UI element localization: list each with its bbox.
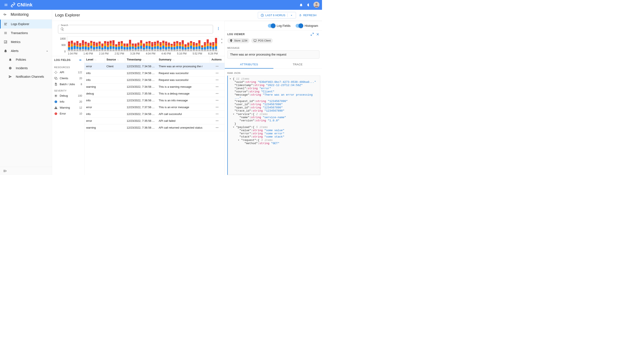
search-more-button[interactable]: [215, 25, 222, 32]
row-actions-button[interactable]: •••: [216, 112, 218, 116]
histogram-bar[interactable]: [143, 43, 145, 51]
tab-attributes[interactable]: ATTRIBUTES: [225, 61, 274, 69]
histogram-bar[interactable]: [98, 41, 101, 51]
menu-button[interactable]: [2, 3, 10, 7]
nav-transactions[interactable]: Transactions: [0, 28, 52, 37]
severity-filter-error[interactable]: Error10: [52, 111, 84, 117]
histogram-bar[interactable]: [201, 45, 203, 51]
severity-filter-info[interactable]: Info20: [52, 99, 84, 105]
histogram-bar[interactable]: [198, 40, 200, 51]
nav-notification-channels[interactable]: Notification Channels: [0, 72, 52, 81]
nav-metrics[interactable]: Metrics: [0, 37, 52, 46]
histogram-bar[interactable]: [173, 42, 176, 51]
collapse-sidebar-button[interactable]: [0, 167, 52, 175]
severity-filter-debug[interactable]: Debug100: [52, 93, 84, 99]
histogram-bar[interactable]: [182, 40, 184, 51]
row-actions-button[interactable]: •••: [216, 85, 218, 88]
resource-filter-clients[interactable]: Clients20: [52, 75, 84, 81]
row-actions-button[interactable]: •••: [216, 119, 218, 122]
log-row[interactable]: info 12/23/2022, 7:36:56 AM This is an i…: [84, 97, 224, 104]
histogram-bar[interactable]: [170, 44, 173, 51]
collapse-fields-button[interactable]: [79, 58, 82, 62]
search-input[interactable]: [66, 27, 211, 31]
histogram-bar[interactable]: [110, 41, 112, 51]
histogram-bar[interactable]: [196, 43, 198, 51]
expand-viewer-button[interactable]: [310, 32, 314, 36]
histogram-bar[interactable]: [68, 41, 70, 51]
time-range-button[interactable]: LAST 6 HORUS: [258, 12, 296, 18]
histogram-bar[interactable]: [79, 43, 81, 51]
histogram-bar[interactable]: [215, 38, 217, 51]
log-row[interactable]: error Client 12/23/2022, 7:34:56 AM Ther…: [84, 63, 224, 70]
row-actions-button[interactable]: •••: [216, 65, 218, 68]
histogram-bar[interactable]: [126, 43, 128, 51]
resource-filter-api[interactable]: API122: [52, 69, 84, 75]
nav-policies[interactable]: Policies: [0, 55, 52, 64]
histogram-bar[interactable]: [176, 41, 178, 51]
col-source[interactable]: Source↑↓: [105, 56, 125, 63]
histogram-bar[interactable]: [154, 42, 156, 51]
row-actions-button[interactable]: •••: [216, 78, 218, 82]
histogram-bar[interactable]: [140, 40, 142, 51]
log-row[interactable]: info 12/23/2022, 7:34:56 AM Request was …: [84, 76, 224, 83]
histogram-bar[interactable]: [90, 41, 92, 51]
resource-filter-batch-jobs[interactable]: Batch / Jobs8: [52, 81, 84, 87]
histogram-bar[interactable]: [129, 40, 131, 51]
histogram-bar[interactable]: [118, 42, 120, 51]
histogram-bar[interactable]: [76, 41, 78, 51]
histogram-bar[interactable]: [124, 43, 126, 51]
tab-trace[interactable]: TRACE: [274, 61, 322, 69]
row-actions-button[interactable]: •••: [216, 72, 218, 75]
histogram-bar[interactable]: [88, 43, 90, 51]
col-timestamp[interactable]: Timestamp↑↓: [125, 56, 157, 63]
histogram-bar[interactable]: [165, 41, 167, 51]
nav-alerts[interactable]: Alerts: [0, 46, 52, 55]
histogram-bar[interactable]: [82, 40, 84, 51]
histogram-bar[interactable]: [148, 41, 150, 51]
chart-expand-down[interactable]: [220, 41, 224, 44]
histogram-bar[interactable]: [104, 41, 106, 51]
col-summary[interactable]: Summary↑↓: [157, 56, 210, 63]
histogram-bar[interactable]: [71, 41, 73, 51]
histogram-bar[interactable]: [132, 43, 134, 51]
histogram-bar[interactable]: [157, 41, 159, 51]
histogram-bar[interactable]: [112, 40, 114, 51]
nav-incidents[interactable]: Incidents: [0, 64, 52, 72]
histogram-bar[interactable]: [115, 44, 117, 51]
log-row[interactable]: error 12/23/2022, 7:35:56 AM API call fa…: [84, 117, 224, 124]
row-actions-button[interactable]: •••: [216, 92, 218, 95]
time-range-dropdown[interactable]: [288, 13, 293, 17]
nav-logs-explorer[interactable]: Logs Explorer: [0, 19, 52, 28]
histogram-bar[interactable]: [107, 41, 109, 51]
histogram-bar[interactable]: [207, 39, 209, 51]
histogram-bar[interactable]: [184, 44, 186, 51]
row-actions-button[interactable]: •••: [216, 126, 218, 129]
histogram-bar[interactable]: [93, 42, 95, 51]
toggle-log-fields[interactable]: [268, 24, 275, 28]
theme-button[interactable]: [305, 3, 312, 7]
histogram-bar[interactable]: [85, 42, 87, 51]
log-row[interactable]: warning 12/23/2022, 7:34:56 AM This is a…: [84, 83, 224, 90]
log-row[interactable]: debug 12/23/2022, 7:35:56 AM This is a d…: [84, 90, 224, 97]
histogram-bar[interactable]: [146, 42, 148, 51]
toggle-histogram[interactable]: [296, 24, 303, 28]
histogram-bar[interactable]: [134, 43, 137, 51]
avatar-button[interactable]: [312, 2, 320, 8]
chip-store[interactable]: Store: 1234: [227, 38, 250, 43]
refresh-button[interactable]: REFRESH: [296, 12, 319, 18]
row-actions-button[interactable]: •••: [216, 99, 218, 102]
log-row[interactable]: error 12/23/2022, 7:37:56 AM This is an …: [84, 104, 224, 111]
histogram-bar[interactable]: [162, 41, 164, 51]
histogram-bar[interactable]: [121, 41, 123, 51]
log-row[interactable]: info 12/23/2022, 7:34:56 AM Request was …: [84, 70, 224, 76]
chart-expand-up[interactable]: [220, 37, 224, 41]
col-level[interactable]: Level↑↓: [84, 56, 105, 63]
histogram-bar[interactable]: [190, 41, 192, 51]
json-viewer[interactable]: ▾ { 11 items "uuid":string "630df463-0bc…: [227, 76, 320, 175]
log-row[interactable]: warning 12/23/2022, 7:36:56 AM API call …: [84, 124, 224, 131]
close-viewer-button[interactable]: [316, 32, 320, 36]
log-row[interactable]: info 12/23/2022, 7:34:56 AM API call suc…: [84, 111, 224, 117]
row-actions-button[interactable]: •••: [216, 106, 218, 109]
severity-filter-warning[interactable]: Warning12: [52, 105, 84, 111]
chip-client[interactable]: POS Client: [251, 38, 273, 43]
